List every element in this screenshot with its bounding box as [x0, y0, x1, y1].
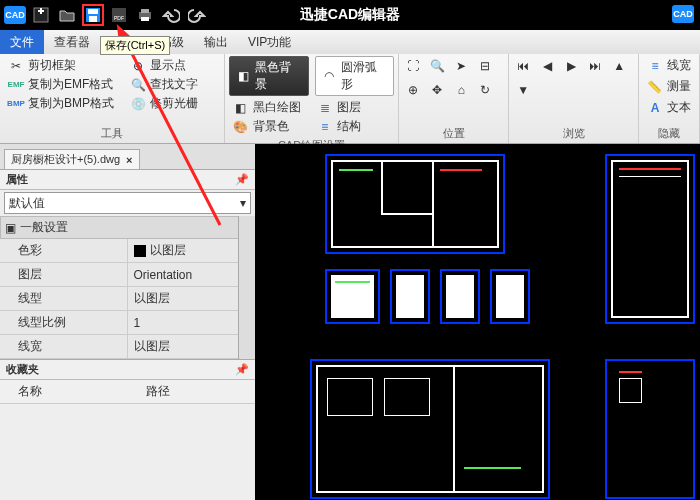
menu-output[interactable]: 输出	[194, 30, 238, 54]
favorites-panel: 收藏夹 📌 名称 路径	[0, 359, 255, 500]
black-bg-button[interactable]: ◧黑色背景	[229, 56, 309, 96]
properties-header: 属性 📌	[0, 170, 255, 190]
doc-tab-close[interactable]: ×	[126, 154, 132, 166]
smooth-arc-button[interactable]: ◠圆滑弧形	[315, 56, 395, 96]
pointer-icon[interactable]: ➤	[451, 56, 471, 76]
clip-frame-button[interactable]: ✂剪切框架	[4, 56, 118, 75]
layer-button[interactable]: ≣图层	[313, 98, 365, 117]
structure-icon: ≡	[317, 119, 333, 135]
structure-button[interactable]: ≡结构	[313, 117, 365, 136]
bg-icon: ◧	[236, 68, 251, 84]
last-icon[interactable]: ⏭	[585, 56, 605, 76]
prop-row-linetype[interactable]: 线型以图层	[0, 287, 255, 311]
bw-draw-button[interactable]: ◧黑白绘图	[229, 98, 305, 117]
prev-icon[interactable]: ◀	[537, 56, 557, 76]
zoom-plus-icon[interactable]: ⊕	[403, 80, 423, 100]
linewidth-button[interactable]: ≡线宽	[643, 56, 695, 75]
menu-view[interactable]: 查看器	[44, 30, 100, 54]
up-icon[interactable]: ▲	[609, 56, 629, 76]
col-path[interactable]: 路径	[128, 380, 256, 403]
find-text-button[interactable]: 🔍查找文字	[126, 75, 202, 94]
group-tools-label: 工具	[0, 126, 224, 143]
copy-emf-button[interactable]: EMF复制为EMF格式	[4, 75, 118, 94]
cad-right-badge[interactable]: CAD	[672, 5, 694, 23]
prop-row-lineweight[interactable]: 线宽以图层	[0, 335, 255, 359]
cad-tile	[325, 154, 505, 254]
properties-title: 属性	[6, 172, 28, 187]
bmp-icon: BMP	[8, 96, 24, 112]
svg-rect-4	[88, 9, 98, 14]
collapse-icon: ▣	[5, 221, 16, 235]
fit-icon[interactable]: ⛶	[403, 56, 423, 76]
favorites-columns: 名称 路径	[0, 380, 255, 404]
save-icon[interactable]	[82, 4, 104, 26]
new-icon[interactable]	[30, 4, 52, 26]
rotate-icon[interactable]: ↻	[475, 80, 495, 100]
trim-disc-button[interactable]: 💿修剪光栅	[126, 94, 202, 113]
copy-bmp-button[interactable]: BMP复制为BMP格式	[4, 94, 118, 113]
title-bar: CAD PDF 迅捷CAD编辑器 CAD	[0, 0, 700, 30]
doc-tab-label: 厨房橱柜设计+(5).dwg	[11, 152, 120, 167]
ribbon-group-browse: ⏮ ◀ ▶ ⏭ ▲ ▼ 浏览	[509, 54, 639, 143]
combo-value: 默认值	[9, 195, 45, 212]
redo-icon[interactable]	[186, 4, 208, 26]
cad-tile	[390, 269, 430, 324]
point-icon: ⊕	[130, 58, 146, 74]
pan-icon[interactable]: ✥	[427, 80, 447, 100]
pin-icon-2[interactable]: 📌	[235, 363, 249, 376]
undo-icon[interactable]	[160, 4, 182, 26]
text-icon: A	[647, 100, 663, 116]
cad-tile	[605, 359, 695, 499]
prop-row-color[interactable]: 色彩以图层	[0, 239, 255, 263]
app-title: 迅捷CAD编辑器	[300, 6, 400, 24]
group-hide-label: 隐藏	[639, 126, 699, 143]
menu-vip[interactable]: VIP功能	[238, 30, 301, 54]
svg-rect-5	[89, 16, 97, 22]
favorites-title: 收藏夹	[6, 362, 39, 377]
prop-row-linescale[interactable]: 线型比例1	[0, 311, 255, 335]
zoom-in-icon[interactable]: 🔍	[427, 56, 447, 76]
main-area: 厨房橱柜设计+(5).dwg × 属性 📌 默认值 ▾ ▣一般设置 色彩以图层 …	[0, 144, 700, 500]
group-browse-label: 浏览	[509, 126, 638, 143]
cad-badge: CAD	[4, 6, 26, 24]
ribbon: ✂剪切框架 EMF复制为EMF格式 BMP复制为BMP格式 ⊕显示点 🔍查找文字…	[0, 54, 700, 144]
default-combo[interactable]: 默认值 ▾	[4, 192, 251, 214]
print-icon[interactable]	[134, 4, 156, 26]
cad-tile	[440, 269, 480, 324]
first-icon[interactable]: ⏮	[513, 56, 533, 76]
general-section[interactable]: ▣一般设置	[0, 216, 255, 239]
search-icon: 🔍	[130, 77, 146, 93]
svg-rect-10	[141, 17, 149, 21]
pin-icon[interactable]: 📌	[235, 173, 249, 186]
svg-rect-2	[40, 8, 42, 14]
cad-tile	[605, 154, 695, 324]
cad-canvas[interactable]	[255, 144, 700, 500]
next-icon[interactable]: ▶	[561, 56, 581, 76]
save-tooltip: 保存(Ctrl+S)	[100, 36, 170, 55]
cad-tile	[310, 359, 550, 499]
svg-text:PDF: PDF	[114, 15, 124, 21]
doc-tab-bar: 厨房橱柜设计+(5).dwg ×	[0, 144, 255, 170]
svg-rect-9	[141, 9, 149, 13]
zoom-out-icon[interactable]: ⊟	[475, 56, 495, 76]
bg-color-button[interactable]: 🎨背景色	[229, 117, 305, 136]
menu-file[interactable]: 文件	[0, 30, 44, 54]
cad-tile	[490, 269, 530, 324]
home-icon[interactable]: ⌂	[451, 80, 471, 100]
emf-icon: EMF	[8, 77, 24, 93]
ribbon-group-hide: ≡线宽 📏测量 A文本 隐藏	[639, 54, 700, 143]
cad-tile	[325, 269, 380, 324]
prop-row-layer[interactable]: 图层Orientation	[0, 263, 255, 287]
measure-button[interactable]: 📏测量	[643, 77, 695, 96]
col-name[interactable]: 名称	[0, 380, 128, 403]
show-point-button[interactable]: ⊕显示点	[126, 56, 202, 75]
doc-tab[interactable]: 厨房橱柜设计+(5).dwg ×	[4, 149, 140, 169]
color-swatch	[134, 245, 146, 257]
save-pdf-icon[interactable]: PDF	[108, 4, 130, 26]
open-icon[interactable]	[56, 4, 78, 26]
scissors-icon: ✂	[8, 58, 24, 74]
palette-icon: 🎨	[233, 119, 249, 135]
text-button[interactable]: A文本	[643, 98, 695, 117]
bw-icon: ◧	[233, 100, 249, 116]
down-icon[interactable]: ▼	[513, 80, 533, 100]
